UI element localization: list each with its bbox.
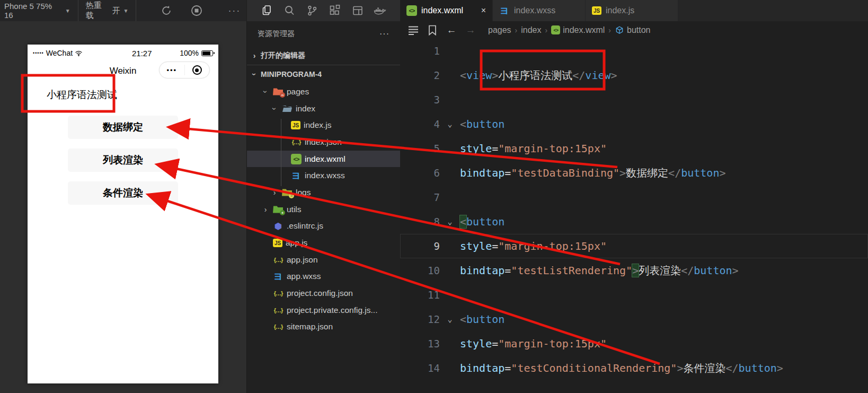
editor-layout-icon[interactable] bbox=[350, 3, 366, 19]
code-line-14[interactable]: 14bindtap="testConditionalRendering">条件渲… bbox=[400, 356, 868, 380]
json-file-icon: {…} bbox=[273, 288, 284, 299]
fold-chevron-icon[interactable]: ⌄ bbox=[440, 315, 460, 324]
tree-item-index-json[interactable]: {…}index.json bbox=[247, 134, 400, 151]
tree-item-sitemap-json[interactable]: {…}sitemap.json bbox=[247, 319, 400, 336]
tab-label: index.wxss bbox=[514, 6, 555, 15]
code-line-5[interactable]: 5style="margin-top:15px" bbox=[400, 136, 868, 161]
code-line-8[interactable]: 8⌄<button bbox=[400, 209, 868, 234]
activity-bar bbox=[246, 0, 400, 21]
tree-item-label: index.wxml bbox=[305, 154, 346, 164]
code-line-4[interactable]: 4⌄<button bbox=[400, 112, 868, 136]
line-number: 5 bbox=[400, 143, 440, 154]
code-line-7[interactable]: 7 bbox=[400, 185, 868, 209]
chevron-down-icon: ▼ bbox=[123, 8, 128, 14]
pages-folder-icon: ‹› bbox=[273, 87, 284, 96]
refresh-button[interactable] bbox=[154, 5, 178, 16]
project-root-section[interactable]: › MINIPROGRAM-4 bbox=[247, 65, 400, 83]
tab-label: index.js bbox=[606, 6, 634, 15]
more-menu-button[interactable]: ··· bbox=[223, 5, 246, 16]
tree-item-label: pages bbox=[287, 87, 309, 97]
tree-item-utils[interactable]: ›+utils bbox=[247, 201, 400, 218]
capsule-more-icon[interactable]: ••• bbox=[160, 66, 184, 74]
code-line-1[interactable]: 1 bbox=[400, 39, 868, 63]
tree-item-index-js[interactable]: JSindex.js bbox=[247, 117, 400, 134]
code-line-10[interactable]: 10bindtap="testListRendering">列表渲染</butt… bbox=[400, 258, 868, 283]
explorer-files-icon[interactable] bbox=[259, 3, 275, 19]
breadcrumb-pages[interactable]: pages bbox=[488, 25, 511, 35]
open-editors-section[interactable]: › 打开的编辑器 bbox=[247, 47, 400, 65]
refresh-icon bbox=[161, 5, 172, 16]
breadcrumb-button-symbol[interactable]: button bbox=[615, 25, 650, 35]
eslint-icon: ⬢ bbox=[273, 221, 284, 231]
code-line-9[interactable]: 9style="margin-top:15px" bbox=[400, 234, 868, 258]
search-icon[interactable] bbox=[281, 3, 297, 19]
tree-item-label: logs bbox=[296, 188, 311, 197]
line-number: 1 bbox=[400, 45, 440, 57]
file-tree: ›‹›pages›indexJSindex.js{…}index.json<>i… bbox=[247, 83, 400, 335]
fold-chevron-icon[interactable]: ⌄ bbox=[440, 217, 460, 226]
close-icon[interactable]: × bbox=[481, 6, 486, 15]
fold-chevron-icon[interactable]: ⌄ bbox=[440, 119, 460, 129]
open-folder-icon bbox=[282, 104, 293, 113]
tree-item--eslintrc-js[interactable]: ⬢.eslintrc.js bbox=[247, 218, 400, 235]
device-selector[interactable]: Phone 5 75% 16 ▼ bbox=[0, 0, 78, 21]
hot-reload-toggle[interactable]: 热重载 开 ▼ bbox=[78, 0, 136, 21]
tree-item-app-json[interactable]: {…}app.json bbox=[247, 251, 400, 268]
phone-status-bar: ••••• WeChat 21:27 100% bbox=[28, 45, 218, 62]
tab-index-wxml[interactable]: <> index.wxml × bbox=[400, 0, 493, 21]
code-line-11[interactable]: 11 bbox=[400, 283, 868, 307]
docker-icon[interactable] bbox=[372, 3, 388, 19]
navigate-back-icon[interactable]: ← bbox=[445, 24, 458, 36]
phone-screen: ••••• WeChat 21:27 100% Weixin ••• bbox=[28, 45, 218, 383]
extensions-icon[interactable] bbox=[327, 3, 343, 19]
chevron-down-icon: › bbox=[261, 88, 270, 96]
tree-item-index[interactable]: ›index bbox=[247, 100, 400, 117]
tree-item-project-private-config-js-[interactable]: {…}project.private.config.js... bbox=[247, 302, 400, 319]
explorer-more-icon[interactable]: ··· bbox=[379, 29, 389, 39]
stop-button[interactable] bbox=[185, 4, 209, 17]
breadcrumb-index[interactable]: index bbox=[521, 25, 541, 35]
tree-item-pages[interactable]: ›‹›pages bbox=[247, 83, 400, 100]
navigate-forward-icon[interactable]: → bbox=[464, 24, 477, 36]
wxml-file-icon: <> bbox=[291, 154, 302, 164]
tree-item-app-js[interactable]: JSapp.js bbox=[247, 234, 400, 251]
code-line-2[interactable]: 2<view>小程序语法测试</view> bbox=[400, 63, 868, 88]
ellipsis-icon: ··· bbox=[228, 5, 241, 16]
tree-item-project-config-json[interactable]: {…}project.config.json bbox=[247, 285, 400, 302]
conditional-rendering-button[interactable]: 条件渲染 bbox=[68, 181, 178, 205]
source-control-icon[interactable] bbox=[304, 3, 320, 19]
line-number: 4 bbox=[400, 118, 440, 130]
code-line-12[interactable]: 12⌄<button bbox=[400, 307, 868, 331]
tab-index-wxss[interactable]: ヨ index.wxss bbox=[493, 0, 586, 21]
breadcrumb-index-wxml[interactable]: <> index.wxml bbox=[551, 25, 605, 35]
explorer-header: 资源管理器 ··· bbox=[247, 21, 400, 47]
outline-list-icon[interactable] bbox=[406, 25, 420, 35]
chevron-right-icon: › bbox=[250, 51, 259, 60]
simulator-toolbar: Phone 5 75% 16 ▼ 热重载 开 ▼ bbox=[0, 0, 246, 21]
tab-label: index.wxml bbox=[421, 6, 463, 15]
breadcrumb-bar: ← → pages › index › <> index.wxml › butt… bbox=[400, 21, 868, 39]
capsule-menu[interactable]: ••• bbox=[159, 62, 210, 78]
list-rendering-button[interactable]: 列表渲染 bbox=[68, 149, 178, 172]
tree-item-app-wxss[interactable]: ヨapp.wxss bbox=[247, 268, 400, 285]
tree-item-label: index bbox=[296, 104, 315, 113]
code-line-13[interactable]: 13style="margin-top:15px" bbox=[400, 331, 868, 356]
capsule-close-icon[interactable] bbox=[185, 65, 210, 75]
tree-item-label: project.private.config.js... bbox=[287, 305, 377, 315]
tab-index-js[interactable]: JS index.js bbox=[586, 0, 678, 21]
symbol-element-icon bbox=[615, 25, 624, 35]
code-line-3[interactable]: 3 bbox=[400, 88, 868, 112]
js-file-icon: JS bbox=[291, 121, 300, 129]
tree-item-index-wxml[interactable]: <>index.wxml bbox=[247, 151, 400, 168]
tree-item-label: index.json bbox=[305, 137, 342, 147]
tree-item-label: app.json bbox=[287, 255, 318, 265]
tree-item-index-wxss[interactable]: ヨindex.wxss bbox=[247, 167, 400, 184]
wxss-file-icon: ヨ bbox=[499, 5, 510, 16]
code-editor[interactable]: 12<view>小程序语法测试</view>34⌄<button5style="… bbox=[400, 39, 868, 393]
line-number: 8 bbox=[400, 216, 440, 228]
tree-item-logs[interactable]: ›≡logs bbox=[247, 184, 400, 201]
data-binding-button[interactable]: 数据绑定 bbox=[68, 116, 178, 139]
code-line-6[interactable]: 6bindtap="testDataBinding">数据绑定</button> bbox=[400, 161, 868, 185]
editor-tab-bar: <> index.wxml × ヨ index.wxss JS index.js bbox=[400, 0, 868, 21]
bookmark-icon[interactable] bbox=[426, 25, 439, 36]
